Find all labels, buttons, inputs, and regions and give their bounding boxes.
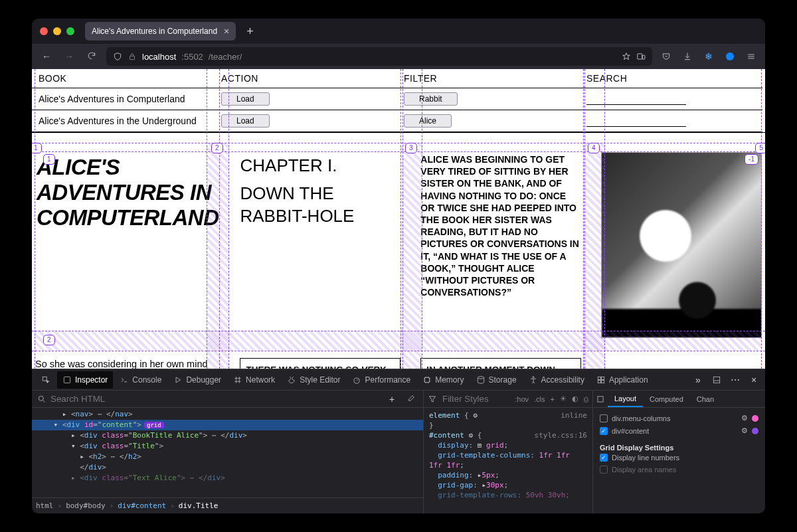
cls-toggle[interactable]: .cls <box>534 395 545 403</box>
light-scheme-icon[interactable]: ☀ <box>560 395 567 403</box>
element-picker-button[interactable] <box>36 371 56 389</box>
menu-grid: BOOK ACTION FILTER SEARCH Alice's Advent… <box>32 69 765 133</box>
window-titlebar: Alice's Adventures in Computerland × + <box>32 19 765 44</box>
print-media-icon[interactable]: ⎙ <box>584 395 588 403</box>
action-cell: Load <box>215 88 397 110</box>
tree-row-selected[interactable]: ▾ <div id="content">grid <box>32 420 423 430</box>
grid-line-badge: 2 <box>43 335 55 345</box>
checkbox-icon[interactable] <box>600 414 608 422</box>
add-node-icon[interactable]: + <box>385 392 399 406</box>
devtools-tab-console[interactable]: Console <box>114 371 167 389</box>
shield-icon <box>113 52 122 61</box>
dom-tree[interactable]: ▸ <nav> ⋯ </nav> ▾ <div id="content">gri… <box>32 408 423 497</box>
layout-tab-changes[interactable]: Chan <box>690 392 721 406</box>
devtools-tab-inspector[interactable]: Inspector <box>57 371 113 389</box>
devtools-tab-debugger[interactable]: Debugger <box>168 371 226 389</box>
dom-search-input[interactable] <box>50 394 214 404</box>
url-bar[interactable]: localhost:5502/teacher/ <box>106 47 652 66</box>
grid-overlay-item[interactable]: div.menu-columns ⚙ <box>600 412 758 424</box>
url-host: localhost <box>142 52 176 62</box>
settings-heading: Grid Display Settings <box>600 444 758 452</box>
devtools-close-icon[interactable]: × <box>747 373 761 387</box>
col-header-filter: FILTER <box>397 69 580 88</box>
grid-overlay-list: div.menu-columns ⚙ ✓ div#content ⚙ Grid … <box>593 408 765 513</box>
devtools-tab-application[interactable]: Application <box>591 371 654 389</box>
devtools-tab-memory[interactable]: Memory <box>417 371 469 389</box>
breadcrumb[interactable]: html› body#body› div#content› div.Title <box>32 497 423 513</box>
styles-filter-input[interactable] <box>442 394 489 404</box>
devtools-tab-style-editor[interactable]: Style Editor <box>282 371 345 389</box>
url-path: /teacher/ <box>209 52 242 62</box>
tree-row[interactable]: ▸ <div class="BookTitle Alice"> ⋯ </div> <box>32 430 423 441</box>
add-rule-icon[interactable]: + <box>551 395 555 403</box>
layout-tab-layout[interactable]: Layout <box>608 391 643 407</box>
tree-row[interactable]: ▾ <div class="Title"> <box>32 441 423 452</box>
browser-toolbar: ← → localhost:5502/teacher/ ❄ <box>32 44 765 69</box>
search-input[interactable] <box>586 115 686 127</box>
downloads-icon[interactable] <box>680 49 695 64</box>
layout-tab-computed[interactable]: Computed <box>643 392 690 406</box>
checkbox-icon[interactable]: ✓ <box>600 427 608 435</box>
dark-scheme-icon[interactable]: ◐ <box>572 395 578 403</box>
search-input[interactable] <box>586 93 686 105</box>
svg-point-9 <box>532 376 533 377</box>
reload-button[interactable] <box>84 51 100 62</box>
extension-icon[interactable]: ❄ <box>701 49 716 64</box>
grid-line-badge: 3 <box>405 143 417 153</box>
tree-row[interactable]: ▸ <h2> ⋯ </h2> <box>32 452 423 462</box>
grid-overlay-item[interactable]: ✓ div#content ⚙ <box>600 424 758 437</box>
devtools-dock-icon[interactable] <box>709 373 724 387</box>
minimize-window-button[interactable] <box>53 27 61 35</box>
account-icon[interactable] <box>723 49 737 64</box>
eyedropper-icon[interactable] <box>403 392 418 406</box>
col-header-search: SEARCH <box>580 69 762 88</box>
load-button[interactable]: Load <box>221 114 270 128</box>
browser-tab[interactable]: Alice's Adventures in Computerland × <box>85 22 236 41</box>
checkbox-icon[interactable] <box>600 466 608 474</box>
devtools-tab-performance[interactable]: Performance <box>347 371 416 389</box>
devtools-overflow-icon[interactable]: » <box>691 373 705 387</box>
tree-row[interactable]: ▸ <nav> ⋯ </nav> <box>32 409 423 420</box>
filter-button[interactable]: Alice <box>404 114 452 128</box>
bookmark-icon[interactable] <box>622 52 631 61</box>
devtools-tab-accessibility[interactable]: Accessibility <box>523 371 590 389</box>
color-swatch[interactable] <box>752 428 758 434</box>
svg-rect-12 <box>598 380 600 383</box>
checkbox-icon[interactable]: ✓ <box>600 454 608 462</box>
new-tab-button[interactable]: + <box>241 23 259 40</box>
grid-line-badge: 1 <box>43 154 55 165</box>
grid-line-badge: 1 <box>32 143 42 153</box>
menu-icon[interactable] <box>744 49 758 64</box>
layout-panel: Layout Computed Chan div.menu-columns ⚙ … <box>593 391 765 513</box>
dom-tree-panel: + ▸ <nav> ⋯ </nav> ▾ <div id="content">g… <box>32 391 424 513</box>
close-tab-icon[interactable]: × <box>224 26 229 37</box>
search-cell <box>580 88 762 110</box>
back-button[interactable]: ← <box>39 51 54 62</box>
close-window-button[interactable] <box>40 27 48 35</box>
devtools-tab-network[interactable]: Network <box>228 371 280 389</box>
page-viewport: BOOK ACTION FILTER SEARCH Alice's Advent… <box>32 69 765 369</box>
maximize-window-button[interactable] <box>66 27 74 35</box>
setting-item[interactable]: Display area names <box>600 464 758 476</box>
devtools-more-icon[interactable]: ⋯ <box>728 373 743 387</box>
pocket-icon[interactable] <box>659 49 673 64</box>
devtools-tab-storage[interactable]: Storage <box>471 371 522 389</box>
filter-cell: Rabbit <box>397 88 580 110</box>
pseudo-hov-toggle[interactable]: :hov <box>515 395 529 403</box>
load-button[interactable]: Load <box>221 92 270 106</box>
grid-line-badge: -1 <box>745 154 758 165</box>
svg-rect-14 <box>713 377 719 383</box>
filter-button[interactable]: Rabbit <box>404 92 458 106</box>
tree-row[interactable]: </div> <box>32 462 423 473</box>
color-swatch[interactable] <box>752 415 758 422</box>
svg-point-3 <box>726 52 734 60</box>
responsive-design-icon[interactable] <box>636 52 646 61</box>
book-name: Alice's Adventures in Computerland <box>32 88 215 110</box>
css-rules[interactable]: element { ⚙ inline } #content ⚙ {style.c… <box>424 408 592 513</box>
tree-row[interactable]: ▸ <div class="Text Alice"> ⋯ </div> <box>32 473 423 484</box>
setting-item[interactable]: ✓ Display line numbers <box>600 452 758 464</box>
forward-button[interactable]: → <box>61 51 77 62</box>
content-grid: ALICE'S ADVENTURES IN COMPUTERLAND CHAPT… <box>32 149 765 369</box>
layout-back-icon[interactable] <box>593 392 608 406</box>
browser-window: Alice's Adventures in Computerland × + ←… <box>32 19 765 513</box>
